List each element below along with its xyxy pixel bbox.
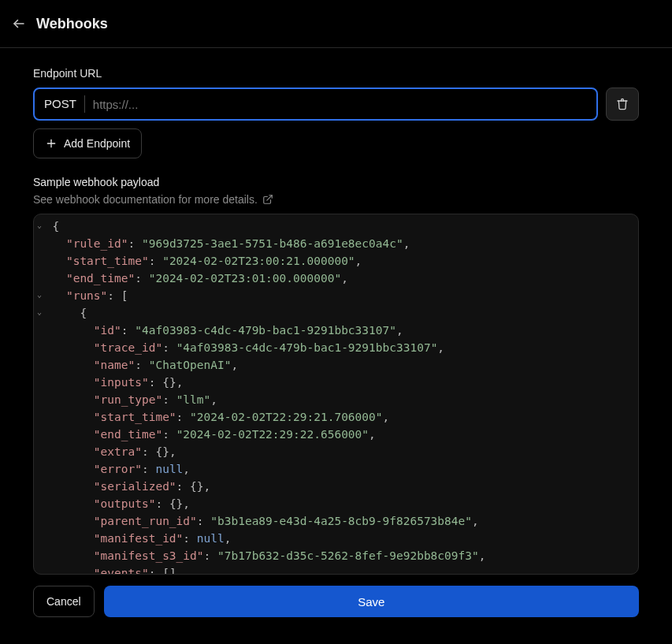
docs-link-text: See webhook documentation for more detai… (33, 193, 258, 206)
add-endpoint-label: Add Endpoint (64, 137, 130, 150)
content-area: Endpoint URL POST Add Endpoint Sample we… (0, 48, 672, 617)
docs-link[interactable]: See webhook documentation for more detai… (33, 193, 273, 206)
endpoint-input-group[interactable]: POST (33, 87, 598, 121)
payload-code-viewer[interactable]: ⌄ { "rule_id": "969d3725-3ae1-5751-b486-… (34, 214, 638, 574)
page-title: Webhooks (36, 16, 108, 32)
external-link-icon (262, 194, 273, 205)
sample-payload-title: Sample webhook payload (33, 176, 639, 188)
payload-code-box: ⌄ { "rule_id": "969d3725-3ae1-5751-b486-… (33, 214, 639, 575)
action-buttons: Cancel Save (33, 586, 639, 617)
save-button[interactable]: Save (104, 586, 639, 617)
add-endpoint-button[interactable]: Add Endpoint (33, 128, 142, 158)
delete-endpoint-button[interactable] (606, 87, 639, 121)
plus-icon (45, 137, 58, 150)
page-header: Webhooks (0, 0, 672, 48)
endpoint-url-label: Endpoint URL (33, 67, 639, 80)
endpoint-url-input[interactable] (85, 98, 587, 111)
http-method-label: POST (44, 95, 85, 113)
endpoint-row: POST (33, 87, 639, 121)
trash-icon (616, 98, 629, 110)
svg-line-3 (267, 195, 272, 200)
back-arrow-icon[interactable] (11, 16, 27, 32)
cancel-button[interactable]: Cancel (33, 586, 95, 617)
